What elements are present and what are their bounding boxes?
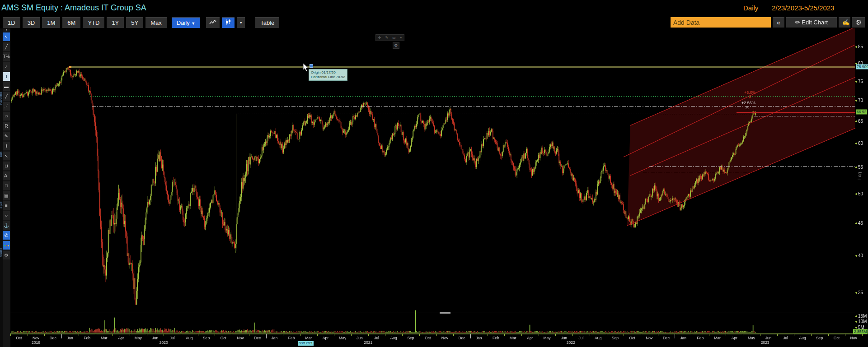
text-style-tool[interactable]: A. — [3, 171, 10, 180]
volume-badge: 2.856M — [853, 329, 868, 334]
rail-caret-icon[interactable]: ▾ — [3, 28, 10, 31]
select-plus-tool[interactable]: ↖ — [3, 152, 10, 160]
price-tick-label: 60 — [858, 140, 863, 145]
range-button-6m[interactable]: 6M — [62, 17, 80, 28]
anchor-tool[interactable]: ⚓ — [3, 221, 10, 230]
month-tick — [351, 334, 352, 336]
delete-tool[interactable]: ⊔ — [3, 162, 10, 170]
chart-canvas[interactable] — [0, 0, 868, 347]
crosshair-icon[interactable]: ✛ — [378, 35, 381, 41]
month-tick — [811, 334, 812, 336]
pointer-tool[interactable]: ↖ — [3, 32, 10, 41]
period-dropdown[interactable]: Daily ▼ — [172, 17, 200, 28]
month-tick — [828, 334, 829, 336]
edit-pencil-tool[interactable]: ✎ — [3, 132, 10, 140]
percent-label: +5.0% — [744, 90, 756, 95]
month-tick — [692, 334, 692, 336]
settings-tool[interactable]: ⚙ — [3, 251, 10, 259]
month-label: Aug — [595, 336, 601, 340]
month-label: Oct — [629, 336, 635, 340]
month-tick — [760, 334, 760, 336]
floating-mini-toolbar[interactable]: ✛✎▭⌖ — [375, 34, 404, 41]
candle-chart-button[interactable] — [222, 17, 235, 28]
box-icon[interactable]: ▭ — [392, 35, 396, 41]
regression-tool[interactable]: R — [3, 122, 10, 130]
range-button-1m[interactable]: 1M — [42, 17, 60, 28]
edit-chart-button[interactable]: ✏ Edit Chart — [786, 17, 837, 28]
log-scale-label: Log — [857, 172, 862, 180]
last-price-badge: 66.92 — [856, 110, 867, 115]
dotted-trend-tool[interactable]: ⋰ — [3, 102, 10, 111]
rail-section-modes: Modes — [0, 248, 2, 257]
month-tick — [181, 334, 181, 336]
month-label: Apr — [118, 336, 124, 340]
month-label: Mar — [305, 336, 312, 340]
month-label: Oct — [16, 336, 22, 340]
range-button-ytd[interactable]: YTD — [83, 17, 104, 28]
year-label: 2020 — [160, 340, 168, 345]
pencil-icon: ✏ — [795, 19, 800, 26]
line-origin-handle[interactable] — [69, 66, 71, 68]
month-tick — [624, 334, 624, 336]
range-button-1y[interactable]: 1Y — [107, 17, 124, 28]
month-tick — [28, 334, 28, 336]
year-label: 2021 — [364, 340, 372, 345]
fill-style-tool[interactable]: ▤ — [3, 191, 10, 200]
collapse-panel-button[interactable]: « — [773, 17, 784, 28]
chart-settings-button[interactable]: ⚙ — [852, 17, 865, 28]
month-label: May — [544, 336, 551, 340]
month-tick — [385, 334, 385, 336]
month-tick — [164, 334, 164, 336]
month-label: Sep — [407, 336, 414, 340]
chart-type-dropdown[interactable]: ▾ — [237, 17, 245, 28]
range-button-1d[interactable]: 1D — [3, 17, 20, 28]
price-tick-label: 45 — [858, 220, 863, 225]
price-tick-label: 65 — [858, 118, 863, 123]
table-button[interactable]: Table — [255, 17, 279, 28]
multicolor-mode-tool[interactable] — [3, 241, 10, 250]
rail-section-style: Style — [0, 201, 2, 208]
line-style-tool[interactable]: ≡ — [3, 201, 10, 210]
ray-tool[interactable]: ∕ — [3, 62, 10, 71]
price-tick-label: 75 — [858, 79, 863, 83]
month-label: Jun — [561, 336, 567, 340]
text-tool[interactable]: I — [3, 72, 10, 81]
rectangle-tool[interactable]: □ — [3, 181, 10, 190]
month-tick — [368, 334, 369, 336]
month-tick — [709, 334, 709, 336]
line-drag-handle[interactable] — [310, 64, 313, 68]
header-period-label: Daily — [743, 4, 758, 12]
annotate-button[interactable]: ✍ — [839, 17, 850, 28]
horizontal-line-tool[interactable]: ▬ — [3, 82, 10, 91]
pencil-icon[interactable]: ✎ — [385, 35, 388, 41]
month-tick — [113, 334, 113, 336]
year-label: 2023 — [761, 340, 769, 345]
tooltip-line-2: Horizontal Line 78.92 — [311, 75, 345, 79]
line-chart-button[interactable] — [206, 17, 220, 28]
phone-mode-tool[interactable]: ✆ — [3, 231, 10, 240]
month-label: Jul — [170, 336, 175, 340]
note-edit-icon: ✍ — [842, 19, 849, 26]
right-axis-spine — [856, 28, 856, 333]
trendline-tool[interactable]: ╱ — [3, 42, 10, 51]
year-label: 2019 — [32, 340, 40, 345]
sidebar-tools: ↖╱T%∕I▬╱⋰▱R✎✛↖⊔A.□▤≡○⚓✆⚙ — [3, 32, 10, 259]
month-tick — [675, 334, 675, 338]
move-tool[interactable]: ✛ — [3, 142, 10, 150]
mini-gear-button[interactable]: ⚙ — [393, 42, 399, 49]
trend-percent-tool[interactable]: T% — [3, 52, 10, 61]
range-button-5y[interactable]: 5Y — [126, 17, 143, 28]
add-data-input[interactable] — [671, 17, 771, 28]
target-icon[interactable]: ⌖ — [400, 35, 402, 41]
month-label: Nov — [850, 336, 857, 340]
month-tick — [198, 334, 198, 336]
segment-tool[interactable]: ╱ — [3, 92, 10, 101]
month-tick — [488, 334, 488, 336]
volume-tick-label: 10M — [858, 319, 867, 324]
channel-tool[interactable]: ▱ — [3, 112, 10, 120]
range-button-3d[interactable]: 3D — [23, 17, 40, 28]
range-button-max[interactable]: Max — [145, 17, 167, 28]
arrow-down-icon: ⇩ — [748, 95, 752, 99]
month-label: Dec — [50, 336, 56, 340]
ellipse-tool[interactable]: ○ — [3, 211, 10, 220]
